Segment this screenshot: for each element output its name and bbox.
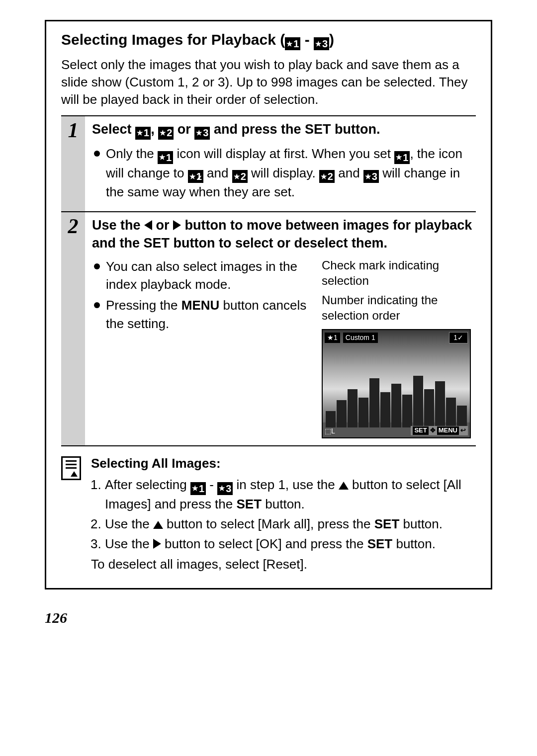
step-number-col: 2 [61, 212, 85, 446]
star1-icon: ★1 [394, 151, 410, 164]
title-pre: Selecting Images for Playback ( [61, 31, 285, 48]
step2-bullet-2: Pressing the MENU button cancels the set… [92, 296, 315, 333]
tip-title: Selecting All Images: [91, 454, 476, 472]
intro-text: Select only the images that you wish to … [61, 56, 476, 108]
lcd-size-icon: ⬚L [325, 426, 335, 435]
step1-bullet: Only the ★1 icon will display at first. … [92, 145, 476, 201]
manual-section-box: Selecting Images for Playback (★1 - ★3) … [45, 20, 492, 589]
lcd-bottom-controls: SET ✥ MENU ↩ [411, 426, 468, 435]
right-arrow-icon [153, 539, 161, 549]
title-post: ) [329, 31, 334, 48]
lcd-selection-badge: 1✓ [449, 332, 468, 343]
star3-icon: ★3 [314, 37, 329, 50]
annotation-checkmark: Check mark indicating selection [322, 257, 476, 288]
step2-heading: Use the or button to move between images… [92, 216, 476, 252]
step-number: 2 [61, 214, 85, 238]
lcd-custom-label: Custom 1 [343, 333, 378, 342]
tip-block: Selecting All Images: After selecting ★1… [61, 449, 476, 573]
annotation-order: Number indicating the selection order [322, 292, 476, 323]
star1-check-icon: ★1✓ [188, 170, 203, 183]
step2-bullet-1: You can also select images in the index … [92, 257, 315, 294]
note-icon [61, 456, 81, 480]
left-arrow-icon [144, 220, 152, 230]
star1-icon: ★1 [158, 151, 173, 164]
tip-item-2: Use the button to select [Mark all], pre… [105, 515, 476, 533]
star1-icon: ★1 [285, 37, 300, 50]
star1-icon: ★1 [190, 482, 206, 495]
lcd-preview: ★1 Custom 1 1✓ ⬚L [322, 329, 471, 438]
star3-icon: ★3 [194, 127, 210, 140]
star3-icon: ★3 [363, 170, 379, 183]
right-arrow-icon [173, 220, 181, 230]
step-2: 2 Use the or button to move between imag… [61, 212, 476, 446]
page-number: 126 [45, 609, 492, 626]
section-title: Selecting Images for Playback (★1 - ★3) [61, 31, 476, 50]
tip-footer: To deselect all images, select [Reset]. [91, 555, 476, 573]
title-dash: - [300, 31, 314, 48]
step1-heading: Select ★1, ★2 or ★3 and press the SET bu… [92, 120, 476, 139]
star3-icon: ★3 [217, 482, 233, 495]
tip-item-1: After selecting ★1 - ★3 in step 1, use t… [105, 476, 476, 513]
up-arrow-icon [339, 482, 349, 490]
step-number-col: 1 [61, 116, 85, 211]
lcd-annotations: Check mark indicating selection Number i… [322, 257, 476, 439]
star2-icon: ★2 [319, 170, 335, 183]
star2-icon: ★2 [158, 127, 174, 140]
star1-icon: ★1 [135, 127, 151, 140]
step-number: 1 [61, 118, 85, 142]
tip-item-3: Use the button to select [OK] and press … [105, 535, 476, 553]
lcd-star-chip: ★1 [325, 333, 340, 342]
step-1: 1 Select ★1, ★2 or ★3 and press the SET … [61, 116, 476, 211]
up-arrow-icon [153, 521, 163, 529]
tip-ordered-list: After selecting ★1 - ★3 in step 1, use t… [91, 476, 476, 553]
star2-icon: ★2 [232, 170, 248, 183]
